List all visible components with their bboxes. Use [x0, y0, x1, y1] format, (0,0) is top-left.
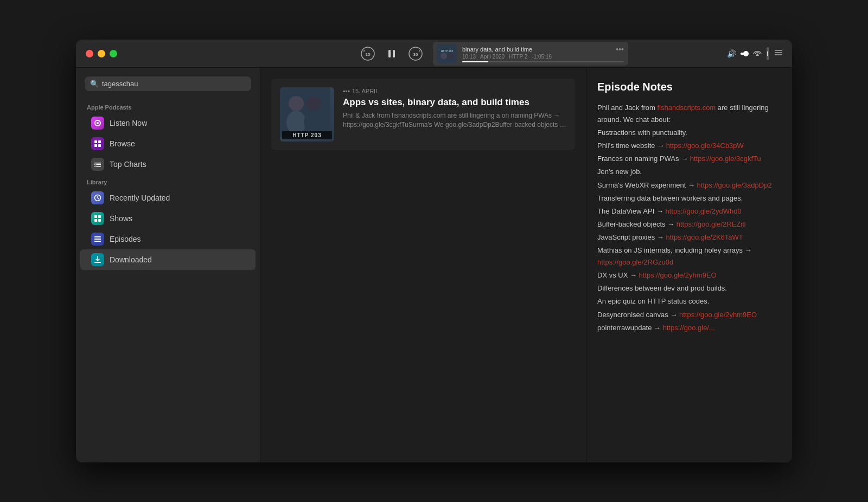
list-button[interactable]: [774, 48, 783, 60]
notes-link-3cgkftu[interactable]: https://goo.gle/3cgkfTu: [690, 155, 761, 163]
main-content: 🔍 Apple Podcasts Listen Now: [76, 68, 792, 462]
svg-rect-16: [94, 144, 97, 147]
now-playing-date: April 2020: [480, 54, 505, 60]
sidebar-item-downloaded[interactable]: Downloaded: [80, 249, 256, 270]
notes-line-3: Phil's time website → https://goo.gle/34…: [597, 140, 781, 152]
notes-link-34cb3pw[interactable]: https://goo.gle/34Cb3pW: [666, 141, 744, 150]
notes-line-10: JavaScript proxies → https://goo.gle/2K6…: [597, 231, 781, 243]
sidebar-item-top-charts[interactable]: Top Charts: [80, 154, 256, 175]
listen-now-icon: [91, 117, 104, 130]
svg-marker-10: [756, 53, 759, 56]
volume-slider[interactable]: [741, 53, 748, 55]
notes-line-12: DX vs UX → https://goo.gle/2yhm9EO: [597, 269, 781, 281]
now-playing-info: binary data, and build time ••• 10:13 Ap…: [462, 45, 624, 62]
info-icon: i: [767, 50, 769, 57]
titlebar-right: 🔊 i: [727, 47, 792, 60]
now-playing-bar: HTTP 203 binary data, and build time •••…: [433, 42, 628, 66]
sidebar: 🔍 Apple Podcasts Listen Now: [76, 68, 260, 462]
search-icon: 🔍: [90, 80, 99, 88]
svg-rect-15: [98, 140, 101, 143]
forward-button[interactable]: 30: [407, 45, 424, 62]
content-area: HTTP 203 ▪▪▪ 15. APRIL Apps vs sites, bi…: [260, 68, 586, 462]
notes-link-2rezitl[interactable]: https://goo.gle/2REZitl: [676, 220, 746, 228]
svg-rect-6: [437, 44, 457, 63]
svg-rect-2: [388, 50, 391, 57]
notes-line-16: pointerrawupdate → https://goo.gle/...: [597, 322, 781, 334]
notes-link-2ydwhd0[interactable]: https://goo.gle/2ydWhd0: [666, 207, 742, 215]
svg-rect-31: [94, 241, 101, 242]
episode-thumbnail: HTTP 203: [280, 87, 334, 141]
now-playing-title: binary data, and build time: [462, 46, 532, 53]
notes-link-2yhm9eo[interactable]: https://goo.gle/2yhm9EO: [639, 271, 717, 279]
notes-line-7: Transferring data between workers and pa…: [597, 192, 781, 204]
svg-rect-32: [94, 262, 101, 263]
sidebar-item-browse[interactable]: Browse: [80, 133, 256, 154]
notes-link-2k6tawt[interactable]: https://goo.gle/2K6TaWT: [666, 233, 743, 241]
svg-point-34: [289, 96, 304, 111]
svg-rect-26: [98, 215, 101, 218]
app-window: 15 30: [76, 40, 792, 462]
now-playing-options[interactable]: •••: [616, 45, 624, 54]
notes-link-pointer[interactable]: https://goo.gle/...: [663, 324, 715, 332]
svg-rect-17: [98, 144, 101, 147]
svg-text:HTTP 203: HTTP 203: [441, 49, 454, 53]
notes-line-13: Differences between dev and prod builds.: [597, 282, 781, 294]
svg-rect-25: [94, 215, 97, 218]
now-playing-time: 10:13: [462, 54, 476, 60]
now-playing-thumbnail: HTTP 203: [437, 44, 457, 63]
notes-line-9: Buffer-backed objects → https://goo.gle/…: [597, 218, 781, 230]
notes-line-14: An epic quiz on HTTP status codes.: [597, 295, 781, 307]
svg-text:15: 15: [366, 52, 371, 57]
notes-link-3adpdp2[interactable]: https://goo.gle/3adpDp2: [697, 181, 772, 189]
browse-label: Browse: [110, 139, 135, 148]
notes-line-8: The DataView API → https://goo.gle/2ydWh…: [597, 205, 781, 217]
episodes-icon: [91, 233, 104, 246]
browse-icon: [91, 137, 104, 150]
rewind-button[interactable]: 15: [359, 45, 376, 62]
notes-link-2rgzu0d[interactable]: https://goo.gle/2RGzu0d: [597, 258, 673, 266]
episodes-label: Episodes: [110, 235, 141, 243]
section-apple-podcasts: Apple Podcasts: [76, 100, 260, 113]
now-playing-remaining: -1:05:16: [532, 54, 552, 60]
svg-text:30: 30: [413, 52, 418, 57]
maximize-button[interactable]: [110, 50, 117, 57]
notes-link-canvas[interactable]: https://goo.gle/2yhm9EO: [679, 311, 757, 319]
episode-notes-panel: Episode Notes Phil and Jack from fishand…: [586, 68, 792, 462]
progress-bar[interactable]: [462, 61, 624, 62]
svg-point-23: [95, 165, 97, 167]
svg-rect-33: [280, 87, 330, 137]
notes-line-2: Fustractions with punctuality.: [597, 127, 781, 139]
episode-notes-title: Episode Notes: [597, 81, 781, 93]
pause-button[interactable]: [383, 45, 400, 62]
notes-line-4: Frances on naming PWAs → https://goo.gle…: [597, 153, 781, 165]
episode-description: Phil & Jack from fishandscripts.com are …: [343, 111, 566, 130]
search-input[interactable]: [102, 80, 246, 88]
notes-line-1: Phil and Jack from fishandscripts.com ar…: [597, 102, 781, 126]
sidebar-item-recently-updated[interactable]: Recently Updated: [80, 188, 256, 208]
info-button[interactable]: i: [767, 47, 769, 60]
episode-title: Apps vs sites, binary data, and build ti…: [343, 97, 566, 108]
svg-rect-14: [94, 140, 97, 143]
svg-point-36: [306, 96, 321, 111]
close-button[interactable]: [86, 50, 93, 57]
section-library: Library: [76, 175, 260, 188]
svg-point-21: [95, 162, 97, 164]
notes-link-fishandscripts[interactable]: fishandscripts.com: [658, 104, 716, 112]
playback-controls: 15 30: [359, 45, 424, 62]
sidebar-item-listen-now[interactable]: Listen Now: [80, 113, 256, 133]
top-charts-label: Top Charts: [110, 160, 146, 169]
progress-fill: [462, 61, 488, 62]
episode-card[interactable]: HTTP 203 ▪▪▪ 15. APRIL Apps vs sites, bi…: [271, 79, 575, 150]
airplay-button[interactable]: [752, 48, 762, 60]
top-charts-icon: [91, 158, 104, 171]
svg-rect-27: [94, 219, 97, 222]
sidebar-item-episodes[interactable]: Episodes: [80, 229, 256, 249]
volume-icon: 🔊: [727, 49, 736, 58]
volume-knob: [743, 51, 749, 56]
shows-icon: [91, 212, 104, 225]
episode-notes-body: Phil and Jack from fishandscripts.com ar…: [597, 102, 781, 334]
sidebar-item-shows[interactable]: Shows: [80, 208, 256, 229]
search-bar[interactable]: 🔍: [85, 76, 251, 91]
shows-label: Shows: [110, 214, 132, 223]
minimize-button[interactable]: [98, 50, 105, 57]
